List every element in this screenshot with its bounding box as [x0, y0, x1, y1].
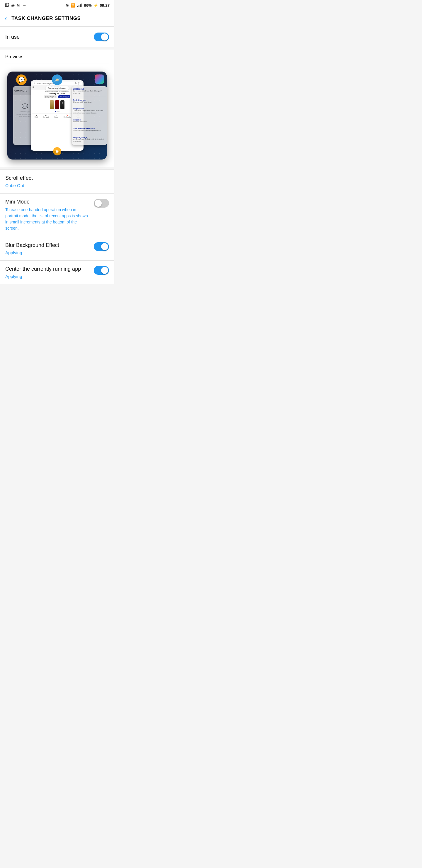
in-use-row: In use	[5, 33, 109, 41]
right-panel-item-taskchanger: Task Changer Changer with new style.	[73, 99, 106, 105]
email-icon: ✉	[17, 3, 21, 8]
battery-icon: ⚡	[94, 3, 98, 8]
center-app-toggle-knob	[101, 267, 108, 274]
more-icon: ···	[23, 3, 26, 8]
signal-icon	[77, 3, 83, 7]
preview-label: Preview	[5, 54, 109, 60]
right-panel-item-edgelighting: EdgeLighting+ EdgeLighting+ 사용을 시작 수 있습니…	[73, 136, 106, 145]
status-icons-left: 🖼 ◉ ✉ ···	[5, 3, 26, 8]
mini-mode-section: Mini Mode To ease one-handed operation w…	[0, 193, 114, 237]
mini-mode-toggle-knob	[95, 200, 102, 207]
center-app-value: Applying	[5, 274, 89, 279]
right-panel-item-lock: LOCK 2018 Do you want to know Task Chang…	[73, 88, 106, 97]
mini-mode-text: Mini Mode To ease one-handed operation w…	[5, 199, 94, 231]
blur-background-toggle-track	[94, 242, 109, 251]
blur-background-text: Blur Background Effect Applying	[5, 242, 94, 255]
right-panel-item-edgetouch: EdgeTouch Customize Edge zone that is re…	[73, 107, 106, 116]
page-title: TASK CHANGER SETTINGS	[11, 16, 80, 22]
right-panel-content: LOCK 2018 Do you want to know Task Chang…	[72, 86, 107, 145]
scroll-effect-value: Cube Out	[5, 183, 109, 188]
mini-mode-title: Mini Mode	[5, 199, 89, 205]
right-panel-item-onehand: One Hand Operation + Enhanced one-handed…	[73, 128, 106, 134]
in-use-toggle-track	[94, 33, 109, 41]
blur-background-toggle[interactable]	[94, 242, 109, 251]
chat-app-icon: 💬	[16, 74, 27, 85]
mini-mode-description: To ease one-handed operation when in por…	[5, 207, 89, 231]
blur-background-toggle-knob	[101, 243, 108, 250]
right-panel-item-routine: Routine Shorten your task.	[73, 119, 106, 125]
tiktok-icon: ◉	[11, 3, 15, 8]
status-right: ✳ 🛜 96% ⚡ 09:27	[66, 3, 109, 8]
top-bar: ‹ TASK CHANGER SETTINGS	[0, 10, 114, 27]
preview-section: Preview CONTACTS 💬 No messages You sent …	[0, 50, 114, 167]
app-card-right-panel: LOCK 2018 Do you want to know Task Chang…	[72, 86, 107, 145]
center-app-toggle-track	[94, 266, 109, 275]
app-label-browser: Samsung Internet	[45, 86, 69, 90]
battery-percent: 96%	[84, 3, 92, 8]
mini-mode-toggle[interactable]	[94, 199, 109, 208]
center-app-text: Center the currently running app Applyin…	[5, 266, 94, 279]
scroll-indicator: ⊕	[53, 147, 61, 155]
bluetooth-icon: ✳	[66, 3, 69, 8]
gallery-icon: 🖼	[5, 3, 9, 8]
preview-divider	[5, 64, 109, 64]
blur-background-title: Blur Background Effect	[5, 242, 89, 248]
scroll-effect-section[interactable]: Scroll effect Cube Out	[0, 170, 114, 193]
preview-image-area: CONTACTS 💬 No messages You sent your fir…	[5, 69, 109, 162]
blur-background-value: Applying	[5, 250, 89, 255]
in-use-toggle[interactable]	[94, 33, 109, 41]
scroll-effect-title: Scroll effect	[5, 175, 109, 181]
back-button[interactable]: ‹	[5, 15, 7, 22]
center-app-section: Center the currently running app Applyin…	[0, 261, 114, 284]
app-icon-right	[95, 74, 104, 84]
center-app-toggle[interactable]	[94, 266, 109, 275]
clock: 09:27	[100, 3, 109, 8]
browser-app-icon: 🪐	[52, 74, 62, 85]
status-bar: 🖼 ◉ ✉ ··· ✳ 🛜 96% ⚡ 09:27	[0, 0, 114, 10]
wifi-icon: 🛜	[71, 3, 75, 8]
mini-mode-toggle-track	[94, 199, 109, 208]
blur-background-section: Blur Background Effect Applying	[0, 237, 114, 260]
in-use-label: In use	[5, 34, 20, 40]
in-use-section: In use	[0, 27, 114, 47]
task-switcher-mockup: CONTACTS 💬 No messages You sent your fir…	[7, 71, 107, 159]
in-use-toggle-knob	[101, 33, 108, 40]
center-app-title: Center the currently running app	[5, 266, 89, 272]
